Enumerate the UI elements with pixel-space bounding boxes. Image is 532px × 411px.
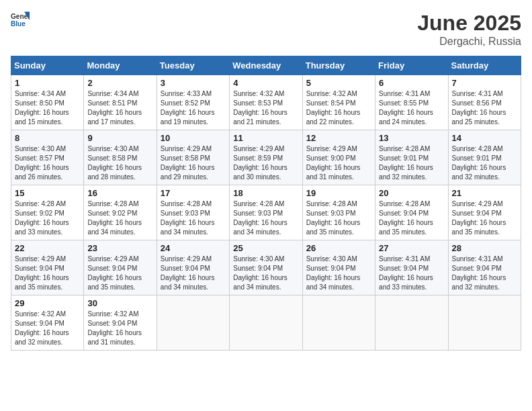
table-row: [448, 295, 521, 351]
day-info: Sunrise: 4:29 AM Sunset: 9:04 PM Dayligh…: [87, 255, 152, 292]
logo: General Blue: [11, 11, 30, 30]
table-row: 9Sunrise: 4:30 AM Sunset: 8:58 PM Daylig…: [84, 130, 157, 185]
day-number: 2: [87, 78, 152, 88]
day-info: Sunrise: 4:32 AM Sunset: 8:53 PM Dayligh…: [233, 89, 298, 127]
day-number: 19: [306, 188, 371, 198]
day-number: 26: [306, 243, 371, 253]
calendar-week-row: 29Sunrise: 4:32 AM Sunset: 9:04 PM Dayli…: [11, 295, 521, 351]
day-info: Sunrise: 4:28 AM Sunset: 9:02 PM Dayligh…: [15, 199, 80, 237]
col-saturday: Saturday: [448, 56, 521, 75]
day-info: Sunrise: 4:29 AM Sunset: 8:59 PM Dayligh…: [233, 144, 298, 182]
col-wednesday: Wednesday: [230, 56, 302, 75]
table-row: 18Sunrise: 4:28 AM Sunset: 9:03 PM Dayli…: [230, 185, 302, 240]
day-number: 1: [15, 78, 80, 88]
svg-text:Blue: Blue: [11, 20, 26, 28]
table-row: 21Sunrise: 4:29 AM Sunset: 9:04 PM Dayli…: [448, 185, 521, 240]
day-info: Sunrise: 4:30 AM Sunset: 9:04 PM Dayligh…: [233, 255, 298, 292]
table-row: 26Sunrise: 4:30 AM Sunset: 9:04 PM Dayli…: [302, 240, 375, 295]
calendar-week-row: 8Sunrise: 4:30 AM Sunset: 8:57 PM Daylig…: [11, 130, 521, 185]
day-info: Sunrise: 4:33 AM Sunset: 8:52 PM Dayligh…: [161, 89, 226, 127]
day-info: Sunrise: 4:28 AM Sunset: 9:03 PM Dayligh…: [306, 199, 371, 237]
day-info: Sunrise: 4:28 AM Sunset: 9:04 PM Dayligh…: [379, 199, 444, 237]
calendar-location: Dergachi, Russia: [417, 36, 521, 48]
table-row: [157, 295, 229, 351]
day-info: Sunrise: 4:29 AM Sunset: 9:04 PM Dayligh…: [15, 255, 80, 292]
table-row: 11Sunrise: 4:29 AM Sunset: 8:59 PM Dayli…: [230, 130, 302, 185]
table-row: [230, 295, 302, 351]
day-info: Sunrise: 4:29 AM Sunset: 9:00 PM Dayligh…: [306, 144, 371, 182]
day-number: 13: [379, 133, 444, 143]
calendar-week-row: 1Sunrise: 4:34 AM Sunset: 8:50 PM Daylig…: [11, 75, 521, 130]
day-number: 29: [15, 298, 80, 308]
day-number: 10: [161, 133, 226, 143]
table-row: 24Sunrise: 4:29 AM Sunset: 9:04 PM Dayli…: [157, 240, 229, 295]
col-sunday: Sunday: [11, 56, 84, 75]
day-number: 28: [452, 243, 517, 253]
table-row: 4Sunrise: 4:32 AM Sunset: 8:53 PM Daylig…: [230, 75, 302, 130]
col-friday: Friday: [375, 56, 448, 75]
day-info: Sunrise: 4:31 AM Sunset: 9:04 PM Dayligh…: [452, 255, 517, 292]
table-row: 15Sunrise: 4:28 AM Sunset: 9:02 PM Dayli…: [11, 185, 84, 240]
table-row: 2Sunrise: 4:34 AM Sunset: 8:51 PM Daylig…: [84, 75, 157, 130]
table-row: [302, 295, 375, 351]
day-info: Sunrise: 4:29 AM Sunset: 9:04 PM Dayligh…: [452, 199, 517, 237]
generalblue-logo-icon: General Blue: [11, 11, 30, 30]
title-area: June 2025 Dergachi, Russia: [417, 11, 521, 48]
day-info: Sunrise: 4:30 AM Sunset: 8:57 PM Dayligh…: [15, 144, 80, 182]
day-number: 24: [161, 243, 226, 253]
day-info: Sunrise: 4:28 AM Sunset: 9:02 PM Dayligh…: [87, 199, 152, 237]
day-info: Sunrise: 4:32 AM Sunset: 8:54 PM Dayligh…: [306, 89, 371, 127]
day-info: Sunrise: 4:31 AM Sunset: 8:55 PM Dayligh…: [379, 89, 444, 127]
day-info: Sunrise: 4:31 AM Sunset: 8:56 PM Dayligh…: [452, 89, 517, 127]
calendar-title: June 2025: [417, 11, 521, 36]
table-row: 20Sunrise: 4:28 AM Sunset: 9:04 PM Dayli…: [375, 185, 448, 240]
table-row: 17Sunrise: 4:28 AM Sunset: 9:03 PM Dayli…: [157, 185, 229, 240]
table-row: 10Sunrise: 4:29 AM Sunset: 8:58 PM Dayli…: [157, 130, 229, 185]
table-row: 19Sunrise: 4:28 AM Sunset: 9:03 PM Dayli…: [302, 185, 375, 240]
day-info: Sunrise: 4:29 AM Sunset: 9:04 PM Dayligh…: [161, 255, 226, 292]
day-number: 20: [379, 188, 444, 198]
day-info: Sunrise: 4:28 AM Sunset: 9:03 PM Dayligh…: [161, 199, 226, 237]
day-number: 27: [379, 243, 444, 253]
calendar-week-row: 22Sunrise: 4:29 AM Sunset: 9:04 PM Dayli…: [11, 240, 521, 295]
table-row: 25Sunrise: 4:30 AM Sunset: 9:04 PM Dayli…: [230, 240, 302, 295]
day-number: 4: [233, 78, 298, 88]
table-row: 7Sunrise: 4:31 AM Sunset: 8:56 PM Daylig…: [448, 75, 521, 130]
col-tuesday: Tuesday: [157, 56, 229, 75]
day-number: 15: [15, 188, 80, 198]
day-info: Sunrise: 4:30 AM Sunset: 9:04 PM Dayligh…: [306, 255, 371, 292]
table-row: 3Sunrise: 4:33 AM Sunset: 8:52 PM Daylig…: [157, 75, 229, 130]
day-number: 9: [87, 133, 152, 143]
day-info: Sunrise: 4:32 AM Sunset: 9:04 PM Dayligh…: [87, 310, 152, 347]
day-number: 6: [379, 78, 444, 88]
table-row: [375, 295, 448, 351]
day-info: Sunrise: 4:34 AM Sunset: 8:50 PM Dayligh…: [15, 89, 80, 127]
day-number: 8: [15, 133, 80, 143]
col-monday: Monday: [84, 56, 157, 75]
day-number: 12: [306, 133, 371, 143]
table-row: 1Sunrise: 4:34 AM Sunset: 8:50 PM Daylig…: [11, 75, 84, 130]
calendar-header-row: Sunday Monday Tuesday Wednesday Thursday…: [11, 56, 521, 75]
day-number: 22: [15, 243, 80, 253]
day-number: 16: [87, 188, 152, 198]
day-number: 7: [452, 78, 517, 88]
table-row: 22Sunrise: 4:29 AM Sunset: 9:04 PM Dayli…: [11, 240, 84, 295]
day-info: Sunrise: 4:31 AM Sunset: 9:04 PM Dayligh…: [379, 255, 444, 292]
day-number: 30: [87, 298, 152, 308]
table-row: 14Sunrise: 4:28 AM Sunset: 9:01 PM Dayli…: [448, 130, 521, 185]
table-row: 28Sunrise: 4:31 AM Sunset: 9:04 PM Dayli…: [448, 240, 521, 295]
table-row: 27Sunrise: 4:31 AM Sunset: 9:04 PM Dayli…: [375, 240, 448, 295]
day-number: 25: [233, 243, 298, 253]
table-row: 5Sunrise: 4:32 AM Sunset: 8:54 PM Daylig…: [302, 75, 375, 130]
day-number: 21: [452, 188, 517, 198]
table-row: 13Sunrise: 4:28 AM Sunset: 9:01 PM Dayli…: [375, 130, 448, 185]
table-row: 8Sunrise: 4:30 AM Sunset: 8:57 PM Daylig…: [11, 130, 84, 185]
page-header: General Blue June 2025 Dergachi, Russia: [11, 11, 521, 48]
table-row: 30Sunrise: 4:32 AM Sunset: 9:04 PM Dayli…: [84, 295, 157, 351]
table-row: 16Sunrise: 4:28 AM Sunset: 9:02 PM Dayli…: [84, 185, 157, 240]
day-number: 14: [452, 133, 517, 143]
day-number: 17: [161, 188, 226, 198]
table-row: 12Sunrise: 4:29 AM Sunset: 9:00 PM Dayli…: [302, 130, 375, 185]
col-thursday: Thursday: [302, 56, 375, 75]
day-number: 5: [306, 78, 371, 88]
